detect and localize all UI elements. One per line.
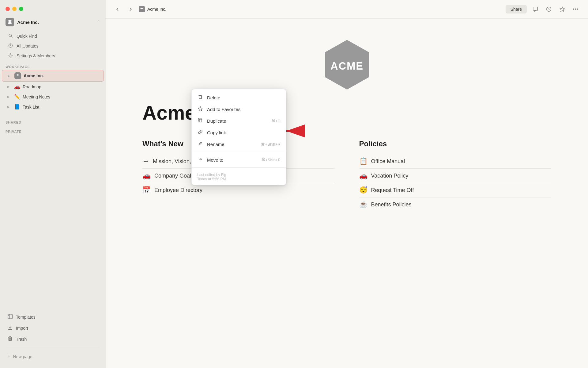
chevron-right-icon: ▶ <box>7 85 12 88</box>
context-menu-add-to-favorites[interactable]: Add to Favorites <box>192 103 286 115</box>
star-icon <box>197 106 203 112</box>
sidebar-item-all-updates[interactable]: All Updates <box>2 41 104 51</box>
sidebar-item-quick-find[interactable]: Quick Find <box>2 31 104 41</box>
workspace-chevron-icon: ⌃ <box>97 20 100 24</box>
office-manual-label: Office Manual <box>371 158 405 165</box>
svg-text:ACME: ACME <box>330 60 364 72</box>
vacation-policy-label: Vacation Policy <box>371 173 409 179</box>
settings-icon <box>7 53 13 59</box>
move-to-shortcut: ⌘+Shift+P <box>261 158 281 162</box>
workspace-section-label: WORKSPACE <box>0 61 106 70</box>
sidebar-item-import[interactable]: Import <box>2 323 104 334</box>
svg-rect-15 <box>199 96 202 99</box>
workspace-name: Acme Inc. <box>17 20 94 25</box>
more-button[interactable]: ••• <box>571 4 581 14</box>
sidebar-divider <box>6 348 100 348</box>
workspace-header[interactable]: Acme Inc. ⌃ <box>0 15 106 31</box>
close-button[interactable] <box>6 7 10 11</box>
maximize-button[interactable] <box>19 7 23 11</box>
import-icon <box>7 325 13 332</box>
context-menu-delete[interactable]: Delete <box>192 92 286 103</box>
copy-link-label: Copy link <box>207 130 281 135</box>
red-arrow-indicator <box>283 123 308 143</box>
svg-rect-17 <box>199 119 202 122</box>
last-edited-line2: Today at 5:56 PM <box>197 177 281 181</box>
share-button[interactable]: Share <box>506 5 527 13</box>
sidebar-item-task-list[interactable]: ▶ 📘 Task List <box>2 102 104 112</box>
sidebar-item-meeting-notes[interactable]: ▶ ✏️ Meeting Notes <box>2 92 104 102</box>
sidebar-item-acme-inc[interactable]: ▶ Acme Inc. <box>2 70 104 82</box>
svg-marker-12 <box>560 7 564 12</box>
employee-directory-emoji: 📅 <box>142 186 151 194</box>
sidebar-item-roadmap[interactable]: ▶ 🚗 Roadmap <box>2 82 104 92</box>
history-button[interactable] <box>544 4 554 14</box>
delete-label: Delete <box>207 95 281 100</box>
svg-marker-16 <box>198 107 202 111</box>
move-to-label: Move to <box>207 157 258 163</box>
benefits-policies-emoji: ☕ <box>359 201 368 209</box>
new-page-button[interactable]: + New page <box>2 351 104 362</box>
duplicate-shortcut: ⌘+D <box>271 119 281 123</box>
templates-icon <box>7 314 13 320</box>
sidebar: Acme Inc. ⌃ Quick Find All Updates <box>0 0 106 368</box>
company-goals-emoji: 🚗 <box>142 172 151 180</box>
traffic-lights <box>0 0 106 15</box>
toolbar-right: Share ••• <box>506 4 581 14</box>
svg-rect-8 <box>9 337 12 341</box>
rename-shortcut: ⌘+Shift+R <box>261 142 281 147</box>
list-item-vacation-policy[interactable]: 🚗 Vacation Policy <box>359 169 552 183</box>
rename-label: Rename <box>207 142 257 147</box>
private-section-label: PRIVATE <box>0 125 106 135</box>
comment-button[interactable] <box>530 4 540 14</box>
svg-line-18 <box>201 143 201 143</box>
back-button[interactable] <box>113 5 122 14</box>
list-item-request-time-off[interactable]: 😴 Request Time Off <box>359 183 552 197</box>
chevron-right-icon: ▶ <box>7 105 12 109</box>
page-content: ACME Acme Inc. What's New → Mission, Vis… <box>106 19 588 368</box>
move-to-icon <box>197 157 203 163</box>
duplicate-label: Duplicate <box>207 118 268 124</box>
minimize-button[interactable] <box>12 7 17 11</box>
favorite-button[interactable] <box>557 4 567 14</box>
shared-section-label: SHARED <box>0 116 106 125</box>
mission-emoji: → <box>142 157 149 165</box>
meeting-notes-label: Meeting Notes <box>23 94 50 99</box>
list-item-benefits-policies[interactable]: ☕ Benefits Policies <box>359 197 552 212</box>
request-time-off-label: Request Time Off <box>371 187 414 194</box>
duplicate-icon <box>197 118 203 124</box>
right-section-header: Policies <box>359 140 552 148</box>
settings-label: Settings & Members <box>17 53 55 58</box>
acme-page-icon <box>14 72 21 79</box>
link-icon <box>197 129 203 136</box>
context-menu-duplicate[interactable]: Duplicate ⌘+D <box>192 115 286 127</box>
toolbar: Acme Inc. Share ••• <box>106 0 588 19</box>
context-menu-copy-link[interactable]: Copy link <box>192 127 286 138</box>
rename-icon <box>197 141 203 147</box>
new-page-label: New page <box>13 354 32 359</box>
context-menu-footer-divider <box>192 167 286 168</box>
sidebar-bottom: Templates Import <box>0 312 106 368</box>
office-manual-emoji: 📋 <box>359 157 368 165</box>
plus-icon: + <box>7 353 11 360</box>
all-updates-label: All Updates <box>17 44 39 48</box>
context-menu-divider <box>192 152 286 152</box>
list-item-office-manual[interactable]: 📋 Office Manual <box>359 154 552 169</box>
clock-icon <box>7 43 13 49</box>
context-menu-rename[interactable]: Rename ⌘+Shift+R <box>192 138 286 150</box>
main-area: Acme Inc. Share ••• <box>106 0 588 368</box>
acme-logo-svg: ACME <box>319 37 375 92</box>
benefits-policies-label: Benefits Policies <box>371 201 412 208</box>
sidebar-item-templates[interactable]: Templates <box>2 312 104 323</box>
sidebar-item-settings[interactable]: Settings & Members <box>2 51 104 61</box>
svg-rect-4 <box>8 314 12 319</box>
svg-point-0 <box>9 34 11 36</box>
svg-point-3 <box>10 55 11 56</box>
page-logo: ACME <box>142 37 551 92</box>
forward-button[interactable] <box>126 5 135 14</box>
sidebar-item-trash[interactable]: Trash <box>2 334 104 345</box>
add-to-favorites-label: Add to Favorites <box>207 107 281 112</box>
context-menu-move-to[interactable]: Move to ⌘+Shift+P <box>192 154 286 166</box>
context-menu-footer: Last edited by Fig Today at 5:56 PM <box>192 170 286 182</box>
task-list-emoji: 📘 <box>14 104 20 110</box>
last-edited-line1: Last edited by Fig <box>197 173 281 177</box>
